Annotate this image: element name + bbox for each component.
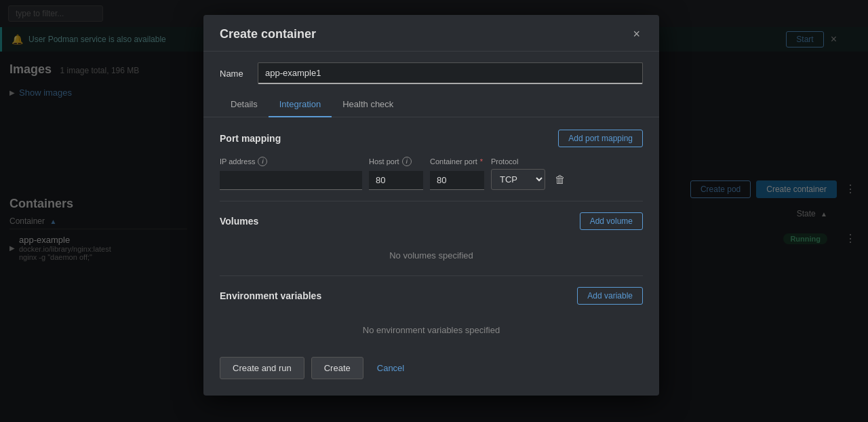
ip-info-icon: i: [258, 157, 267, 166]
name-label: Name: [220, 69, 247, 79]
tab-health-check[interactable]: Health check: [332, 92, 404, 117]
trash-icon: 🗑: [555, 174, 566, 185]
create-and-run-button[interactable]: Create and run: [220, 357, 304, 379]
port-mapping-title: Port mapping: [220, 133, 281, 144]
ip-address-label: IP address: [220, 157, 255, 166]
host-port-info-icon: i: [402, 157, 412, 166]
port-fields-row: TCP UDP SCTP 🗑: [220, 169, 643, 190]
modal-close-button[interactable]: ×: [630, 27, 643, 41]
container-port-input[interactable]: [430, 171, 484, 190]
modal-body: Port mapping Add port mapping IP address…: [203, 117, 659, 343]
required-star: *: [480, 157, 483, 166]
name-input[interactable]: [258, 62, 643, 84]
name-row: Name: [203, 52, 659, 92]
modal-title: Create container: [220, 27, 316, 41]
create-container-modal: Create container × Name Details Integrat…: [203, 15, 659, 396]
divider-1: [220, 201, 643, 202]
delete-port-button[interactable]: 🗑: [552, 170, 568, 190]
create-button[interactable]: Create: [311, 357, 363, 379]
modal-header: Create container ×: [203, 15, 659, 52]
protocol-select[interactable]: TCP UDP SCTP: [491, 169, 545, 190]
env-vars-section-header: Environment variables Add variable: [220, 287, 643, 305]
cancel-button[interactable]: Cancel: [370, 358, 411, 379]
tab-details[interactable]: Details: [220, 92, 269, 117]
container-port-label: Container port: [430, 157, 477, 166]
volumes-title: Volumes: [220, 216, 258, 227]
add-variable-button[interactable]: Add variable: [577, 287, 643, 305]
volumes-section-header: Volumes Add volume: [220, 212, 643, 230]
divider-2: [220, 275, 643, 276]
no-env-vars-message: No environment variables specified: [220, 314, 643, 343]
add-volume-button[interactable]: Add volume: [580, 212, 643, 230]
tab-integration[interactable]: Integration: [269, 92, 332, 117]
host-port-input[interactable]: [369, 171, 423, 190]
modal-footer: Create and run Create Cancel: [203, 343, 659, 379]
ip-address-input[interactable]: [220, 171, 362, 190]
env-vars-title: Environment variables: [220, 290, 321, 301]
host-port-label: Host port: [369, 157, 399, 166]
port-mapping-section-header: Port mapping Add port mapping: [220, 130, 643, 147]
add-port-mapping-button[interactable]: Add port mapping: [558, 130, 643, 147]
port-fields-header: IP address i Host port i Container port …: [220, 157, 643, 166]
protocol-label: Protocol: [491, 157, 518, 166]
modal-tabs: Details Integration Health check: [203, 92, 659, 117]
no-volumes-message: No volumes specified: [220, 239, 643, 269]
